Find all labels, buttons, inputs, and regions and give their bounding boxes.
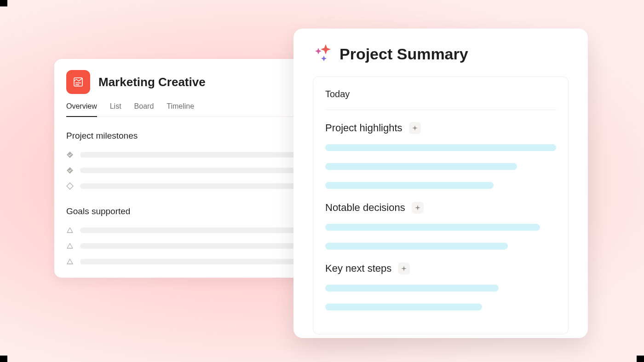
milestone-open-icon — [66, 182, 74, 190]
placeholder-line — [325, 163, 517, 170]
milestones-heading: Project milestones — [66, 131, 314, 141]
goals-heading: Goals supported — [66, 206, 314, 216]
sparkle-icon — [409, 122, 421, 134]
goal-row — [66, 242, 314, 250]
goal-icon — [66, 242, 74, 250]
milestone-row — [66, 167, 314, 174]
goal-icon — [66, 227, 74, 234]
ai-sparkles-icon — [313, 43, 332, 64]
placeholder-line — [325, 182, 494, 189]
placeholder-line — [80, 228, 314, 233]
summary-section-decisions: Notable decisions — [325, 202, 556, 250]
tab-list[interactable]: List — [110, 102, 121, 117]
summary-title: Project Summary — [339, 45, 468, 63]
goal-row — [66, 227, 314, 234]
goal-row — [66, 258, 314, 265]
tab-timeline[interactable]: Timeline — [167, 102, 194, 117]
project-icon — [66, 70, 90, 94]
placeholder-line — [325, 285, 499, 292]
project-tabs: Overview List Board Timeline — [66, 102, 314, 117]
summary-date: Today — [325, 89, 556, 110]
tab-board[interactable]: Board — [134, 102, 154, 117]
placeholder-line — [80, 152, 314, 158]
summary-section-highlights: Project highlights — [325, 122, 556, 189]
summary-header: Project Summary — [313, 43, 569, 64]
placeholder-line — [80, 168, 314, 173]
tab-overview[interactable]: Overview — [66, 102, 97, 117]
milestone-row — [66, 182, 314, 190]
project-header: Marketing Creative — [66, 70, 314, 94]
placeholder-line — [325, 144, 556, 151]
summary-section-title: Key next steps — [325, 263, 391, 274]
goal-icon — [66, 258, 74, 265]
milestone-row — [66, 151, 314, 158]
project-summary-card: Project Summary Today Project highlights… — [293, 29, 588, 338]
placeholder-line — [80, 183, 314, 189]
summary-section-title: Project highlights — [325, 122, 402, 134]
milestone-complete-icon — [66, 167, 74, 174]
placeholder-line — [325, 243, 508, 250]
placeholder-line — [325, 224, 540, 231]
placeholder-line — [80, 243, 314, 249]
milestone-complete-icon — [66, 151, 74, 158]
project-card: Marketing Creative Overview List Board T… — [54, 59, 326, 278]
summary-section-title: Notable decisions — [325, 202, 405, 214]
sparkle-icon — [412, 202, 424, 214]
placeholder-line — [80, 259, 314, 264]
summary-section-next-steps: Key next steps — [325, 263, 556, 310]
summary-body: Today Project highlights Notable decisio… — [313, 76, 569, 334]
sparkle-icon — [398, 263, 410, 274]
project-title: Marketing Creative — [98, 75, 206, 89]
placeholder-line — [325, 304, 482, 310]
